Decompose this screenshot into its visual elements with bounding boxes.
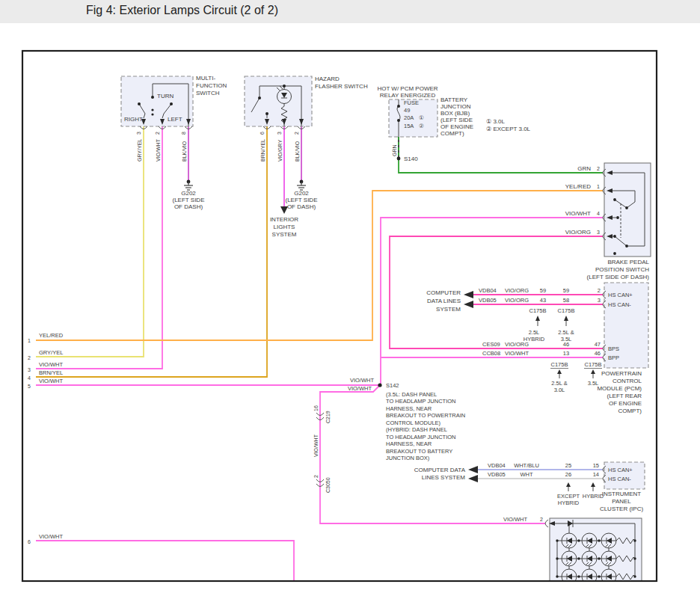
pcm-name-2: CONTROL — [612, 378, 642, 384]
ipc-name-2: PANEL — [612, 498, 631, 505]
ground-loc1: (LEFT SIDE — [173, 197, 205, 203]
row-vdb05-circuit: VDB05 — [479, 297, 497, 304]
dl2-arrow-2 — [468, 475, 478, 482]
wire-yel-red — [36, 191, 603, 340]
row2-vdb04-color: WHT/BLU — [514, 462, 539, 469]
fuse-number: 49 — [404, 107, 410, 114]
mfs-pin-connectors — [140, 126, 192, 129]
bpp-pin-3: 3 — [597, 230, 600, 235]
left-wire-2-label: GRY/YEL — [39, 349, 63, 356]
conn1-b-note-1: 2.5L & — [558, 329, 574, 336]
dl2-note-right-1: HYBRID — [583, 493, 604, 500]
svg-text:TO HEADLAMP JUNCTION: TO HEADLAMP JUNCTION — [386, 398, 456, 405]
c219-pin: 16 — [313, 405, 319, 411]
bpp-name-2: POSITION SWITCH — [595, 266, 649, 273]
interior-lights-3: SYSTEM — [272, 231, 297, 238]
lamp-pin: 2 — [540, 517, 543, 522]
dl1-arrow-1 — [464, 291, 473, 298]
svg-text:BREAKOUT TO BATTERY: BREAKOUT TO BATTERY — [386, 448, 452, 455]
mfs-right-label: RIGHT — [124, 116, 143, 123]
mfs-wire-gryyel-label: GRY/YEL — [137, 139, 142, 162]
mfs-name-2: FUNCTION — [196, 82, 227, 89]
bpp-wire-yelred: YEL/RED — [565, 183, 591, 190]
mfs-pin2: 2 — [155, 132, 160, 135]
row-ces09-c1: 46 — [563, 341, 569, 348]
ground-id: G202 — [181, 190, 196, 197]
row-ces09-circuit: CES09 — [482, 341, 500, 348]
svg-text:HARNESS, NEAR: HARNESS, NEAR — [386, 440, 432, 447]
bpp-box — [604, 163, 651, 257]
bjb-name-6: COMPT) — [440, 130, 464, 137]
row-ccb08-c1: 13 — [563, 350, 569, 357]
bjb-hot-2: RELAY ENERGIZED — [380, 92, 436, 99]
bjb-name-1: BATTERY — [440, 96, 468, 103]
left-wire-5-n: 5 — [28, 384, 31, 389]
mfs-turn-label: TURN — [157, 93, 174, 99]
ipc-port-hscanp: HS CAN+ — [608, 467, 633, 473]
hazard-pin2: 2 — [294, 132, 299, 135]
conn1-a-note-1: 2.5L — [529, 329, 540, 336]
ground-g202-mfs: G202 (LEFT SIDE OF DASH) — [173, 180, 205, 210]
wire-brn-yel — [36, 126, 267, 377]
row-vdb05-c2: 58 — [563, 297, 569, 304]
row-vdb04-color: VIO/ORG — [505, 287, 529, 294]
row-vdb05-c1: 43 — [540, 297, 546, 304]
left-wire-3-n: 3 — [28, 367, 31, 372]
bjb-name-5: OF ENGINE — [440, 123, 473, 130]
bjb-name-3: BOX (BJB) — [440, 110, 470, 117]
grn-wire-label: GRN — [392, 144, 397, 156]
hazard-wire-brnyel-label: BRN/YEL — [260, 139, 265, 162]
dl1-arrow-2 — [464, 301, 473, 308]
fuse-amp-1: 20A — [404, 114, 414, 121]
s142-id: S142 — [386, 382, 399, 389]
dl2-sys-1: COMPUTER DATA — [414, 467, 466, 473]
data-lines-ipc: COMPUTER DATA LINES SYSTEM VDB04 WHT/BLU… — [414, 462, 604, 506]
fuse-amp-2: 15A — [404, 123, 414, 129]
row-vdb04-c2: 59 — [563, 287, 569, 294]
ground-loc1: (LEFT SIDE — [286, 197, 318, 203]
left-wire-3-label: VIO/WHT — [39, 361, 63, 368]
hazard-pin3: 3 — [277, 132, 282, 135]
row-ces09-color: VIO/ORG — [505, 341, 529, 348]
ipc-port-hscann: HS CAN- — [608, 476, 631, 482]
s142-note: (3.5L: DASH PANEL TO HEADLAMP JUNCTION H… — [386, 391, 465, 461]
brake-pedal-position-switch: GRN 2 YEL/RED 1 VIO/WHT 4 VIO/ORG 3 BRAK… — [565, 163, 651, 280]
conn2-b: C175B — [585, 361, 602, 368]
dl2-note-left-2: HYBRID — [558, 500, 580, 506]
connector-c3050: 2 C3050 — [313, 475, 331, 493]
row-vdb05-color: VIO/ORG — [505, 297, 529, 304]
ipc-name-1: INSTRUMENT — [602, 491, 642, 497]
hazard-name-2: FLASHER SWITCH — [315, 83, 368, 90]
svg-text:CONTROL MODULE): CONTROL MODULE) — [386, 420, 441, 426]
wire-vio-wht-6 — [36, 541, 294, 580]
bjb-legend-1: ① 3.0L — [486, 118, 506, 125]
pcm-port-bps: BPS — [608, 345, 619, 352]
pcm-name-1: POWERTRAIN — [601, 370, 642, 377]
fuse-label: FUSE — [404, 99, 419, 106]
c219-id: C219 — [325, 411, 331, 423]
row2-vdb04-pin: 15 — [593, 462, 599, 469]
row-ccb08-pin: 46 — [595, 350, 601, 357]
s142-wire-label-2: VIO/WHT — [348, 385, 372, 392]
conn2-a-note-1: 2.5L & — [551, 380, 567, 387]
splice-s142-area: VIO/WHT VIO/WHT S142 (3.5L: DASH PANEL T… — [313, 377, 543, 523]
lamp-wire-label: VIO/WHT — [503, 516, 527, 523]
row-vdb04-c1: 59 — [540, 287, 546, 294]
s142-wire-label-1: VIO/WHT — [350, 377, 374, 384]
pcm-port-bpp: BPP — [608, 354, 619, 361]
row-vdb05-pin: 3 — [598, 297, 601, 304]
dl1-sys-2: DATA LINES — [427, 298, 461, 304]
ground-loc2: OF DASH) — [174, 203, 203, 210]
mfs-name-1: MULTI- — [196, 75, 215, 82]
svg-text:TO HEADLAMP JUNCTION: TO HEADLAMP JUNCTION — [386, 434, 456, 440]
bpp-name-3: (LEFT SIDE OF DASH) — [587, 274, 650, 280]
mfs-name-3: SWITCH — [196, 90, 220, 96]
fuse-mark-1: ① — [419, 114, 424, 121]
row-ces09-pin: 47 — [595, 341, 601, 348]
bpp-name-1: BRAKE PEDAL — [607, 259, 649, 265]
c3050-id: C3050 — [325, 477, 331, 493]
dl1-sys-1: COMPUTER — [426, 289, 461, 296]
battery-junction-box: HOT W/ PCM POWER RELAY ENERGIZED FUSE 49… — [377, 85, 530, 162]
conn2-a-note-2: 3.0L — [554, 387, 565, 393]
wire-grn — [399, 158, 603, 173]
